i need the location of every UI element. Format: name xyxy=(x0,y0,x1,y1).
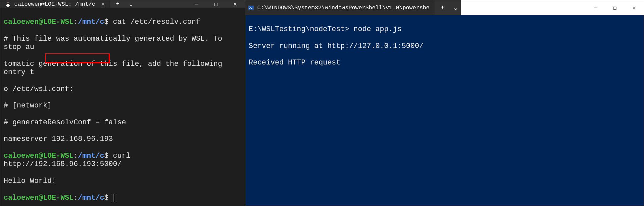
output-comment-3: o /etc/wsl.conf: xyxy=(4,85,241,93)
new-tab-button[interactable]: + xyxy=(110,0,126,8)
wsl-terminal-body[interactable]: caloewen@LOE-WSL:/mnt/c$ cat /etc/resolv… xyxy=(0,8,245,206)
output-comment-1: # This file was automatically generated … xyxy=(4,35,241,52)
minimize-button[interactable]: — xyxy=(586,0,605,15)
powershell-terminal-window: C:\WINDOWS\System32\WindowsPowerShell\v1… xyxy=(245,0,644,206)
svg-point-0 xyxy=(7,2,9,4)
output-comment-4: # [network] xyxy=(4,102,241,110)
prompt-user: caloewen xyxy=(4,18,39,26)
svg-point-1 xyxy=(6,4,10,7)
close-window-button[interactable]: ✕ xyxy=(624,0,644,15)
tab-dropdown[interactable]: ⌄ xyxy=(450,0,461,15)
wsl-tab[interactable]: caloewen@LOE-WSL: /mnt/c ✕ xyxy=(0,0,110,8)
ps-cmd: node app.js xyxy=(349,25,402,33)
svg-point-3 xyxy=(8,3,9,3)
tux-icon xyxy=(5,1,11,7)
ps-terminal-body[interactable]: E:\WSLTesting\nodeTest> node app.js Serv… xyxy=(245,15,644,206)
maximize-button[interactable]: ☐ xyxy=(605,0,624,15)
svg-point-2 xyxy=(7,3,8,3)
wsl-terminal-window: caloewen@LOE-WSL: /mnt/c ✕ + ⌄ — ☐ ✕ cal… xyxy=(0,0,245,206)
wsl-titlebar[interactable]: caloewen@LOE-WSL: /mnt/c ✕ + ⌄ — ☐ ✕ xyxy=(0,0,245,8)
output-hello: Hello World! xyxy=(4,177,241,185)
cmd-cat: cat /etc/resolv.conf xyxy=(109,18,200,26)
ps-output-2: Received HTTP request xyxy=(249,59,640,67)
ps-tab-title: C:\WINDOWS\System32\WindowsPowerShell\v1… xyxy=(257,5,429,11)
ps-tab[interactable]: C:\WINDOWS\System32\WindowsPowerShell\v1… xyxy=(245,0,434,15)
prompt-host: LOE-WSL xyxy=(43,18,74,26)
ps-titlebar[interactable]: C:\WINDOWS\System32\WindowsPowerShell\v1… xyxy=(245,0,644,15)
maximize-button[interactable]: ☐ xyxy=(206,0,225,8)
ps-output-1: Server running at http://127.0.0.1:5000/ xyxy=(249,42,640,50)
titlebar-drag-area[interactable] xyxy=(136,0,187,8)
output-comment-5: # generateResolvConf = false xyxy=(4,118,241,127)
powershell-icon xyxy=(248,5,254,11)
svg-rect-5 xyxy=(248,6,254,10)
ps-prompt: E:\WSLTesting\nodeTest> xyxy=(249,25,349,33)
tab-dropdown[interactable]: ⌄ xyxy=(126,0,136,8)
minimize-button[interactable]: — xyxy=(187,0,206,8)
wsl-tab-title: caloewen@LOE-WSL: /mnt/c xyxy=(14,1,95,7)
output-nameserver: nameserver 192.168.96.193 xyxy=(4,135,241,143)
titlebar-drag-area[interactable] xyxy=(461,0,586,15)
ip-highlight-box xyxy=(45,53,110,63)
prompt-path: /mnt/c xyxy=(78,18,104,26)
output-comment-2: tomatic generation of this file, add the… xyxy=(4,60,241,77)
close-window-button[interactable]: ✕ xyxy=(225,0,245,8)
new-tab-button[interactable]: + xyxy=(434,0,450,15)
wsl-tab-close[interactable]: ✕ xyxy=(101,0,105,8)
cursor xyxy=(114,194,114,202)
